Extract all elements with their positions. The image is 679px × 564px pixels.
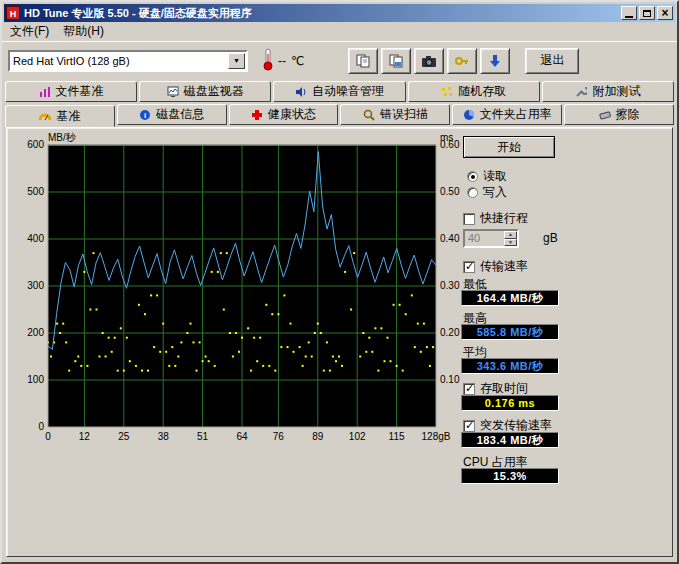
close-button[interactable]: × [657,6,673,20]
chevron-down-icon[interactable]: ▼ [228,53,245,69]
short-stroke-unit: gB [543,231,558,245]
options-button[interactable] [447,48,477,74]
tab-file-benchmark[interactable]: 文件基准 [5,81,137,102]
tab-label: 文件基准 [56,83,104,100]
file-benchmark-icon [39,86,51,98]
svg-text:400: 400 [27,233,44,244]
svg-text:0: 0 [38,421,44,432]
screenshot-button[interactable] [414,48,444,74]
minimize-button[interactable] [621,6,637,20]
tab-folder-usage[interactable]: 文件夹占用率 [452,104,562,125]
tab-extra-tests[interactable]: 附加测试 [542,81,674,102]
app-icon: H [6,6,20,20]
tab-error-scan[interactable]: 错误扫描 [340,104,450,125]
svg-text:76: 76 [273,431,285,442]
svg-text:H: H [10,9,17,19]
svg-text:115: 115 [389,431,405,442]
radio-write-row[interactable]: 写入 [467,184,507,201]
tab-random-access[interactable]: 随机存取 [408,81,540,102]
tab-row-upper: 文件基准 磁盘监视器 自动噪音管理 随机存取 附加测试 [2,81,677,102]
maximize-button[interactable] [639,6,655,20]
short-stroke-row[interactable]: 快捷行程 [463,210,528,227]
close-icon: × [661,8,668,18]
save-button[interactable] [480,48,510,74]
short-stroke-stepper[interactable]: 40 ▲ ▼ [463,229,519,248]
menubar: 文件(F) 帮助(H) [2,22,677,41]
radio-read-label: 读取 [483,168,507,185]
tab-aam[interactable]: 自动噪音管理 [273,81,405,102]
tab-disk-info[interactable]: i 磁盘信息 [117,104,227,125]
stepper-down-button[interactable]: ▼ [504,239,517,247]
svg-text:200: 200 [27,327,44,338]
toolbar-icon-group [348,48,513,74]
svg-text:51: 51 [197,431,209,442]
svg-text:i: i [144,111,146,120]
stepper-buttons: ▲ ▼ [504,231,517,246]
stepper-up-button[interactable]: ▲ [504,231,517,239]
transfer-rate-checkbox[interactable] [463,261,475,273]
maximize-icon [643,10,651,17]
svg-text:300: 300 [27,280,44,291]
control-panel: 开始 读取 写入 快捷行程 40 ▲ ▼ gB [459,132,669,556]
avg-value: 343.6 MB/秒 [461,358,559,374]
svg-text:100: 100 [27,374,44,385]
svg-text:0.60: 0.60 [440,139,460,150]
min-value: 164.4 MB/秒 [461,290,559,306]
start-button[interactable]: 开始 [463,136,555,158]
random-access-icon [441,86,453,98]
copy-text-button[interactable] [348,48,378,74]
svg-text:12: 12 [79,431,91,442]
toolbar: Red Hat VirtIO (128 gB) ▼ -- ℃ 退出 [2,41,677,79]
window-title: HD Tune 专业版 5.50 - 硬盘/固态硬盘实用程序 [24,6,619,21]
svg-text:38: 38 [158,431,170,442]
radio-write[interactable] [467,187,478,198]
transfer-rate-row[interactable]: 传输速率 [463,258,528,275]
tab-disk-monitor[interactable]: 磁盘监视器 [139,81,271,102]
tab-label: 基准 [56,108,80,125]
pie-chart-icon [463,109,475,121]
menu-file[interactable]: 文件(F) [3,21,56,42]
menu-help[interactable]: 帮助(H) [56,21,111,42]
copy-image-icon [388,53,404,69]
short-stroke-checkbox[interactable] [463,213,475,225]
transfer-rate-label: 传输速率 [480,258,528,275]
camera-icon [421,53,437,69]
exit-button[interactable]: 退出 [525,48,579,74]
drive-select[interactable]: Red Hat VirtIO (128 gB) ▼ [8,50,248,72]
svg-text:0.40: 0.40 [440,233,460,244]
tab-label: 错误扫描 [380,106,428,123]
radio-write-label: 写入 [483,184,507,201]
svg-text:0.10: 0.10 [440,374,460,385]
arrow-down-icon [487,53,503,69]
access-time-checkbox[interactable] [463,383,475,395]
burst-rate-checkbox[interactable] [463,420,475,432]
magnifier-icon [363,109,375,121]
svg-text:0.20: 0.20 [440,327,460,338]
tab-label: 自动噪音管理 [312,83,384,100]
tab-health[interactable]: 健康状态 [229,104,339,125]
svg-text:0: 0 [45,431,51,442]
svg-text:64: 64 [236,431,248,442]
svg-text:102: 102 [349,431,366,442]
cpu-usage-value: 15.3% [461,468,559,484]
app-window: H HD Tune 专业版 5.50 - 硬盘/固态硬盘实用程序 × 文件(F)… [0,0,679,564]
svg-text:89: 89 [312,431,324,442]
disk-monitor-icon [167,86,179,98]
tab-erase[interactable]: 擦除 [564,104,674,125]
tab-row-lower: 基准 i 磁盘信息 健康状态 错误扫描 文件夹占用率 擦除 [2,104,677,126]
speaker-icon [295,86,307,98]
wrench-icon [575,86,587,98]
tab-label: 文件夹占用率 [480,106,552,123]
radio-read[interactable] [467,171,478,182]
drive-select-value: Red Hat VirtIO (128 gB) [10,55,228,67]
svg-text:MB/秒: MB/秒 [48,132,77,143]
burst-rate-value: 183.4 MB/秒 [461,432,559,448]
svg-text:500: 500 [27,186,44,197]
copy-image-button[interactable] [381,48,411,74]
short-stroke-label: 快捷行程 [480,210,528,227]
tab-benchmark[interactable]: 基准 [5,105,115,127]
gauge-icon [39,110,51,122]
tab-label: 健康状态 [268,106,316,123]
svg-text:600: 600 [27,139,44,150]
radio-read-row[interactable]: 读取 [467,168,507,185]
